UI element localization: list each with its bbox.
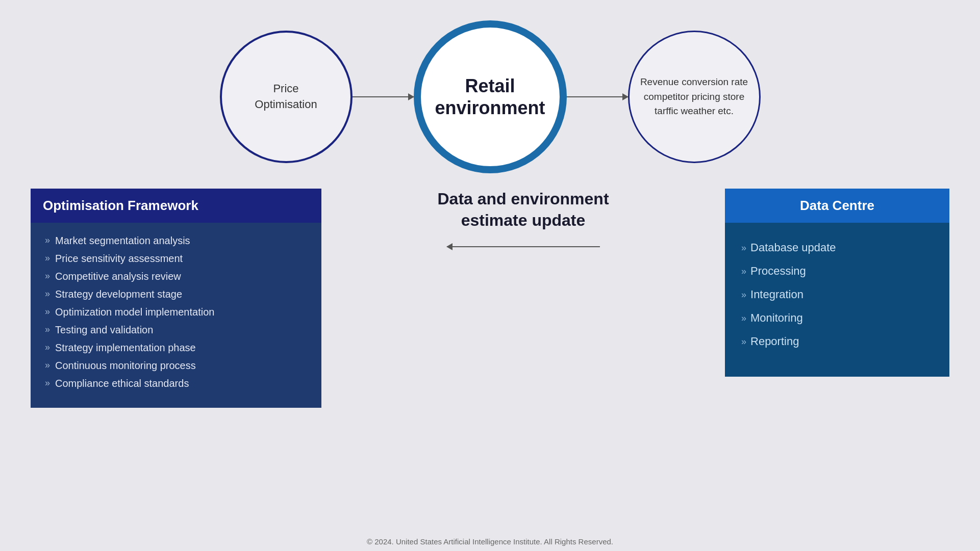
bullet-icon: »: [741, 266, 746, 277]
bullet-icon: »: [45, 324, 50, 335]
framework-title: Optimisation Framework: [43, 198, 198, 213]
datacentre-item-text: Reporting: [750, 335, 799, 348]
framework-item-text: Optimization model implementation: [55, 306, 214, 318]
framework-item-text: Continuous monitoring process: [55, 360, 196, 372]
bullet-icon: »: [741, 243, 746, 253]
bullet-icon: »: [45, 271, 50, 281]
framework-item: »Strategy development stage: [45, 288, 307, 300]
framework-item: »Compliance ethical standards: [45, 378, 307, 389]
arrow-2: [567, 96, 628, 97]
datacentre-item: »Processing: [741, 265, 933, 278]
framework-item-text: Strategy implementation phase: [55, 342, 196, 354]
framework-item-text: Competitive analysis review: [55, 271, 181, 282]
bullet-icon: »: [45, 378, 50, 388]
framework-body: »Market segmentation analysis»Price sens…: [31, 223, 321, 408]
datacentre-header: Data Centre: [725, 189, 949, 223]
datacentre-item: »Integration: [741, 288, 933, 301]
bullet-icon: »: [45, 360, 50, 371]
arrow-line-2: [567, 96, 628, 97]
left-circle-text: PriceOptimisation: [255, 81, 317, 113]
datacentre-item-text: Monitoring: [750, 311, 803, 325]
framework-item: »Testing and validation: [45, 324, 307, 336]
bullet-icon: »: [741, 290, 746, 300]
framework-item: »Price sensitivity assessment: [45, 253, 307, 265]
datacentre-title: Data Centre: [800, 198, 874, 213]
framework-item-text: Market segmentation analysis: [55, 235, 190, 247]
bottom-section: Optimisation Framework »Market segmentat…: [0, 189, 980, 530]
bullet-icon: »: [45, 253, 50, 264]
bullet-icon: »: [45, 235, 50, 246]
framework-header: Optimisation Framework: [31, 189, 321, 223]
footer: © 2024. United States Artificial Intelli…: [0, 530, 980, 551]
bullet-icon: »: [741, 336, 746, 347]
framework-item: »Optimization model implementation: [45, 306, 307, 318]
bullet-icon: »: [741, 313, 746, 324]
center-circle-text: Retailenvironment: [435, 75, 545, 119]
datacentre-body: »Database update»Processing»Integration»…: [725, 223, 949, 377]
arrow-line-1: [353, 96, 414, 97]
datacentre-item: »Monitoring: [741, 311, 933, 325]
framework-item-text: Testing and validation: [55, 324, 153, 336]
arrow-left-line: [447, 246, 600, 247]
datacentre-item: »Reporting: [741, 335, 933, 348]
datacentre-box: Data Centre »Database update»Processing»…: [725, 189, 949, 377]
center-label: Data and environmentestimate update: [437, 189, 609, 231]
framework-item-text: Price sensitivity assessment: [55, 253, 183, 265]
framework-item-text: Strategy development stage: [55, 288, 182, 300]
retail-environment-circle: Retailenvironment: [414, 20, 567, 173]
datacentre-item-text: Database update: [750, 241, 836, 254]
datacentre-item: »Database update: [741, 241, 933, 254]
arrow-1: [353, 96, 414, 97]
bullet-icon: »: [45, 342, 50, 353]
right-circle-wrapper: Revenue conversion rate competitor prici…: [628, 31, 761, 163]
left-circle-wrapper: PriceOptimisation: [220, 31, 353, 163]
price-optimisation-circle: PriceOptimisation: [220, 31, 353, 163]
top-diagram: PriceOptimisation Retailenvironment Reve…: [0, 0, 980, 189]
datacentre-item-text: Integration: [750, 288, 803, 301]
bullet-icon: »: [45, 306, 50, 317]
framework-item: »Market segmentation analysis: [45, 235, 307, 247]
framework-box: Optimisation Framework »Market segmentat…: [31, 189, 321, 408]
right-circle-text: Revenue conversion rate competitor prici…: [630, 70, 759, 124]
framework-item: »Continuous monitoring process: [45, 360, 307, 372]
framework-item: »Strategy implementation phase: [45, 342, 307, 354]
arrow-left-container: [342, 246, 705, 247]
outputs-circle: Revenue conversion rate competitor prici…: [628, 31, 761, 163]
datacentre-item-text: Processing: [750, 265, 806, 278]
center-circle-wrapper: Retailenvironment: [414, 20, 567, 173]
footer-text: © 2024. United States Artificial Intelli…: [367, 537, 613, 546]
framework-item-text: Compliance ethical standards: [55, 378, 189, 389]
middle-area: Data and environmentestimate update: [321, 189, 725, 247]
bullet-icon: »: [45, 288, 50, 299]
framework-item: »Competitive analysis review: [45, 271, 307, 282]
